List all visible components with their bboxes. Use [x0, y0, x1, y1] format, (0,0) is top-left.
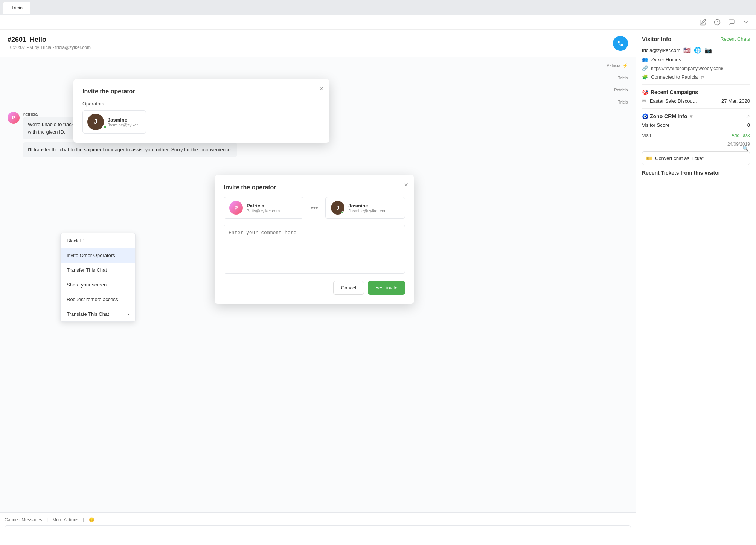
- transfer-icon: ⇄: [701, 75, 704, 80]
- top-icons-bar: [0, 15, 756, 30]
- chevron-down-icon[interactable]: [742, 18, 750, 26]
- cancel-button[interactable]: Cancel: [333, 281, 364, 295]
- recent-campaigns-title: 🎯 Recent Campaigns: [642, 89, 750, 95]
- divider2: [642, 108, 750, 109]
- operator-card-jasmine[interactable]: J Jasmine Jasmine@zylker...: [82, 110, 146, 134]
- tab-bar: Tricia: [0, 0, 756, 15]
- link-icon: 🔗: [642, 65, 648, 71]
- msg-sender-tricia: Tricia: [618, 76, 628, 80]
- crm-dropdown-icon[interactable]: ▾: [690, 113, 692, 119]
- visitor-company-row: 👥 Zylker Homes: [642, 57, 750, 62]
- modal-op-patricia: P Patricia Patty@zylker.com: [224, 197, 303, 219]
- modal-large-close[interactable]: ×: [404, 181, 408, 189]
- modal-small-close[interactable]: ×: [319, 85, 323, 93]
- visitor-score-row: Visitor Score 0: [642, 122, 750, 128]
- search-visits-icon[interactable]: 🔍: [742, 146, 748, 151]
- modal-jasmine-avatar: J: [331, 201, 344, 215]
- chevron-right-icon: ›: [128, 311, 129, 317]
- campaign-row: ✉ Easter Sale: Discou... 27 Mar, 2020: [642, 98, 750, 104]
- campaign-emoji: 🎯: [642, 89, 648, 95]
- tab-tricia[interactable]: Tricia: [3, 2, 30, 14]
- input-wrapper: 📎: [5, 525, 631, 545]
- call-button[interactable]: [613, 36, 628, 51]
- message-row-patricia2: I'll transfer the chat to the shipment m…: [8, 142, 628, 157]
- divider1: [642, 84, 750, 85]
- operator-name: Jasmine: [108, 117, 141, 123]
- connected-to: Connected to Patricia: [651, 74, 698, 80]
- visit-label: Visit: [642, 132, 651, 138]
- convert-ticket-button[interactable]: 🎫 Convert chat as Ticket: [642, 151, 750, 165]
- modal-large-title: Invite the operator: [224, 184, 405, 191]
- email-icon: ✉: [642, 98, 646, 104]
- message-bubble: We're unable to track with the given ID.: [23, 117, 80, 139]
- dots-separator: •••: [308, 204, 321, 212]
- msg-sender-tricia2: Tricia: [618, 100, 628, 104]
- crm-external-icon[interactable]: ↗: [746, 114, 750, 119]
- modal-actions: Cancel Yes, invite: [224, 281, 405, 295]
- canned-messages-btn[interactable]: Canned Messages: [5, 517, 42, 522]
- chat-header-left: #2601 Hello 10:20:07 PM by Tricia - tric…: [8, 36, 91, 50]
- crm-title: 🧿 Zoho CRM Info ▾: [642, 113, 692, 119]
- chat-meta: 10:20:07 PM by Tricia - tricia@zylker.co…: [8, 45, 91, 50]
- context-menu-invite-operators[interactable]: Invite Other Operators: [61, 248, 135, 263]
- connected-row: 🧩 Connected to Patricia ⇄: [642, 74, 750, 80]
- connection-icon: 🧩: [642, 74, 648, 80]
- chat-title: #2601 Hello: [8, 36, 91, 44]
- emoji-btn[interactable]: 😊: [89, 517, 94, 522]
- flag-us: 🇺🇸: [683, 47, 691, 54]
- message-input[interactable]: [5, 525, 631, 545]
- context-menu-transfer-chat[interactable]: Transfer This Chat: [61, 263, 135, 277]
- modal-patricia-email: Patty@zylker.com: [247, 209, 280, 213]
- globe-icon: 🌐: [694, 47, 701, 54]
- crm-row: 🧿 Zoho CRM Info ▾ ↗: [642, 113, 750, 119]
- operators-label: Operators: [82, 101, 320, 107]
- recent-chats-link[interactable]: Recent Chats: [720, 36, 750, 42]
- separator2: |: [83, 517, 84, 522]
- jasmine-online-dot: [341, 211, 344, 214]
- modal-patricia-avatar: P: [229, 201, 243, 215]
- more-actions-btn[interactable]: More Actions: [52, 517, 78, 522]
- yes-invite-button[interactable]: Yes, invite: [368, 281, 405, 295]
- input-toolbar: Canned Messages | More Actions | 😊: [5, 516, 631, 525]
- crm-emoji: 🧿: [642, 113, 648, 119]
- visitor-info-title: Visitor Info: [642, 36, 671, 42]
- add-task-btn[interactable]: Add Task: [732, 133, 750, 138]
- campaign-date: 27 Mar, 2020: [721, 98, 750, 104]
- jasmine-avatar: J: [87, 114, 104, 130]
- modal-jasmine-email: Jasmine@zylker.com: [348, 209, 387, 213]
- patricia-avatar: P: [8, 112, 20, 124]
- modal-small-title: Invite the operator: [82, 88, 320, 95]
- campaign-name: Easter Sale: Discou...: [650, 98, 697, 104]
- context-menu-block-ip[interactable]: Block IP: [61, 233, 135, 248]
- modal-jasmine-name: Jasmine: [348, 203, 387, 209]
- visitor-company: Zylker Homes: [651, 57, 681, 62]
- chat-subject: Hello: [30, 36, 46, 43]
- chat-header: #2601 Hello 10:20:07 PM by Tricia - tric…: [0, 30, 636, 57]
- company-icon: 👥: [642, 57, 648, 62]
- operator-email: Jasmine@zylker...: [108, 123, 141, 127]
- modal-patricia-name: Patricia: [247, 203, 280, 209]
- context-menu-remote-access[interactable]: Request remote access: [61, 292, 135, 307]
- input-area: Canned Messages | More Actions | 😊 📎 Typ…: [0, 512, 636, 545]
- visitor-website-row: 🔗 https://myautocompany.weebly.com/: [642, 65, 750, 71]
- modal-invite-small: × Invite the operator Operators J Jasmin…: [73, 79, 329, 143]
- recent-tickets-title: Recent Tickets from this visitor: [642, 170, 750, 176]
- chat-icon[interactable]: [727, 18, 736, 26]
- info-icon[interactable]: [713, 18, 721, 26]
- separator1: |: [47, 517, 48, 522]
- chat-id: #2601: [8, 36, 26, 43]
- visitor-email-row: tricia@zylker.com 🇺🇸 🌐 📷: [642, 47, 750, 54]
- visitor-email: tricia@zylker.com: [642, 47, 680, 53]
- right-panel-header: Visitor Info Recent Chats: [642, 36, 750, 42]
- visitor-score-label: Visitor Score: [642, 122, 669, 128]
- context-menu-share-screen[interactable]: Share your screen: [61, 277, 135, 292]
- modal-invite-large: × Invite the operator P Patricia Patty@z…: [215, 175, 414, 304]
- comment-textarea[interactable]: [224, 225, 405, 274]
- modal-operators-row: P Patricia Patty@zylker.com ••• J Jasmin…: [224, 197, 405, 219]
- msg-sender-patricia: Patricia ⚡: [607, 63, 628, 68]
- modal-op-jasmine: J Jasmine Jasmine@zylker.com: [325, 197, 405, 219]
- edit-icon[interactable]: [699, 18, 707, 26]
- context-menu-translate[interactable]: Translate This Chat ›: [61, 307, 135, 321]
- msg-sender-patricia2: Patricia: [614, 88, 628, 92]
- visitor-score-value: 0: [747, 122, 750, 128]
